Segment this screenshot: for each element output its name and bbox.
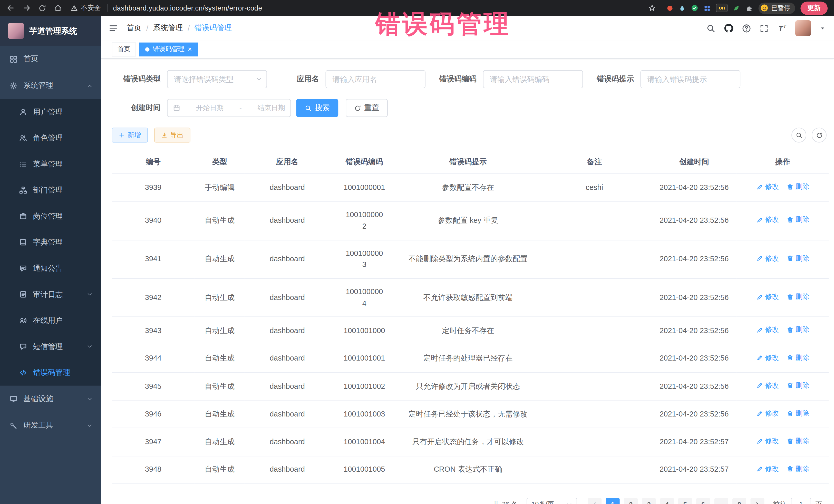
page-button-3[interactable]: 3: [642, 498, 656, 504]
page-button-6[interactable]: 6: [696, 498, 710, 504]
sidebar-item-online-user[interactable]: 在线用户: [0, 307, 101, 334]
breadcrumb-system[interactable]: 系统管理: [153, 23, 183, 33]
tab-error-code[interactable]: 错误码管理 ×: [139, 42, 198, 56]
browser-forward-icon[interactable]: [22, 4, 31, 12]
edit-link[interactable]: 修改: [756, 436, 779, 446]
edit-link[interactable]: 修改: [756, 380, 779, 391]
delete-link[interactable]: 删除: [786, 215, 809, 225]
edit-link[interactable]: 修改: [756, 181, 779, 192]
delete-link[interactable]: 删除: [786, 436, 809, 446]
profile-chip[interactable]: 已暂停: [759, 2, 795, 14]
delete-link[interactable]: 删除: [786, 253, 809, 264]
font-size-icon[interactable]: TT: [777, 23, 787, 33]
page-button-8[interactable]: 8: [732, 498, 746, 504]
page-button-1[interactable]: 1: [606, 498, 620, 504]
caret-down-icon[interactable]: [820, 25, 826, 31]
browser-back-icon[interactable]: [6, 4, 15, 12]
logo-image: [8, 23, 24, 39]
page-url[interactable]: dashboard.yudao.iocoder.cn/system/error-…: [113, 4, 262, 12]
sidebar-item-error-code[interactable]: 错误码管理: [0, 359, 101, 386]
tab-home[interactable]: 首页: [112, 42, 136, 56]
hamburger-icon[interactable]: [109, 23, 118, 33]
delete-link[interactable]: 删除: [786, 408, 809, 419]
chevron-down-icon: [87, 291, 93, 298]
delete-link[interactable]: 删除: [786, 291, 809, 302]
extension-leaf-icon[interactable]: [733, 5, 740, 12]
next-page-button[interactable]: [751, 498, 765, 504]
end-date-placeholder: 结束日期: [257, 103, 285, 113]
edit-link[interactable]: 修改: [756, 253, 779, 264]
header-search-icon[interactable]: [706, 24, 716, 32]
delete-link[interactable]: 删除: [786, 325, 809, 335]
sidebar-item-sms[interactable]: 短信管理: [0, 334, 101, 360]
sidebar-item-dept[interactable]: 部门管理: [0, 177, 101, 203]
extension-check-icon[interactable]: [691, 4, 699, 12]
sidebar-item-label: 字典管理: [33, 237, 63, 247]
edit-link[interactable]: 修改: [756, 215, 779, 225]
extension-red-icon[interactable]: [667, 5, 674, 12]
edit-link[interactable]: 修改: [756, 464, 779, 475]
search-button[interactable]: 搜索: [296, 99, 338, 117]
toggle-search-button[interactable]: [791, 128, 806, 143]
error-message-input[interactable]: [640, 70, 741, 88]
edit-link[interactable]: 修改: [756, 291, 779, 302]
sidebar-item-infra[interactable]: 基础设施: [0, 386, 101, 412]
edit-link[interactable]: 修改: [756, 352, 779, 363]
create-time-range[interactable]: 开始日期 - 结束日期: [167, 99, 291, 117]
page-ellipsis[interactable]: ...: [715, 498, 728, 504]
sidebar-item-notice[interactable]: 通知公告: [0, 255, 101, 282]
error-type-select[interactable]: [167, 70, 267, 88]
help-icon[interactable]: [742, 24, 751, 32]
user-avatar[interactable]: [795, 20, 811, 36]
reset-button[interactable]: 重置: [346, 99, 388, 117]
close-tab-icon[interactable]: ×: [188, 46, 192, 52]
app-name-input[interactable]: [325, 70, 425, 88]
table-row: 3944自动生成dashboard1001001001定时任务的处理器已经存在2…: [112, 345, 829, 372]
sidebar-item-system[interactable]: 系统管理: [0, 72, 101, 99]
sidebar-item-role[interactable]: 角色管理: [0, 125, 101, 151]
edit-link[interactable]: 修改: [756, 325, 779, 335]
sidebar-menu: 首页 系统管理 用户管理角色管理菜单管理部门管理岗位管理字典管理通知公告审计日志…: [0, 46, 101, 439]
sidebar-item-dict[interactable]: 字典管理: [0, 229, 101, 255]
fullscreen-icon[interactable]: [760, 24, 769, 32]
error-type-select-input[interactable]: [167, 70, 267, 88]
sidebar-item-audit-log[interactable]: 审计日志: [0, 281, 101, 307]
browser-home-icon[interactable]: [53, 4, 62, 12]
delete-link[interactable]: 删除: [786, 352, 809, 363]
page-button-5[interactable]: 5: [678, 498, 692, 504]
add-button[interactable]: 新增: [112, 128, 148, 143]
sidebar-item-post[interactable]: 岗位管理: [0, 203, 101, 229]
breadcrumb-home[interactable]: 首页: [127, 23, 141, 33]
sidebar-item-user[interactable]: 用户管理: [0, 99, 101, 125]
update-button[interactable]: 更新: [800, 1, 828, 15]
app-name-label: 应用名: [297, 74, 319, 84]
refresh-table-button[interactable]: [812, 128, 827, 143]
github-icon[interactable]: [724, 23, 733, 33]
page-button-2[interactable]: 2: [624, 498, 638, 504]
prev-page-button[interactable]: [588, 498, 601, 504]
browser-reload-icon[interactable]: [38, 4, 46, 12]
bookmark-star-icon[interactable]: [649, 4, 656, 12]
delete-link[interactable]: 删除: [786, 464, 809, 475]
sidebar-item-tools[interactable]: 研发工具: [0, 412, 101, 439]
app-logo[interactable]: 芋道管理系统: [0, 16, 101, 46]
address-bar[interactable]: 不安全 dashboard.yudao.iocoder.cn/system/er…: [71, 3, 662, 12]
sidebar-item-home[interactable]: 首页: [0, 46, 101, 72]
page-button-4[interactable]: 4: [660, 498, 674, 504]
error-code-input[interactable]: [483, 70, 583, 88]
goto-page-input[interactable]: [791, 498, 811, 504]
cell-created: 2021-04-20 23:52:56: [652, 345, 737, 372]
sidebar-item-label: 用户管理: [33, 107, 63, 117]
reset-button-label: 重置: [365, 103, 379, 113]
page-size-select[interactable]: 10条/页: [527, 498, 577, 504]
delete-link[interactable]: 删除: [786, 380, 809, 391]
export-button[interactable]: 导出: [154, 128, 191, 143]
sidebar-item-menu[interactable]: 菜单管理: [0, 151, 101, 177]
extension-grid-icon[interactable]: [704, 5, 711, 12]
edit-link[interactable]: 修改: [756, 408, 779, 419]
extension-drop-icon[interactable]: [679, 5, 686, 12]
extension-on-badge[interactable]: on: [716, 4, 728, 12]
delete-link[interactable]: 删除: [786, 181, 809, 192]
cell-type: 自动生成: [195, 373, 245, 400]
extensions-puzzle-icon[interactable]: [745, 4, 753, 12]
